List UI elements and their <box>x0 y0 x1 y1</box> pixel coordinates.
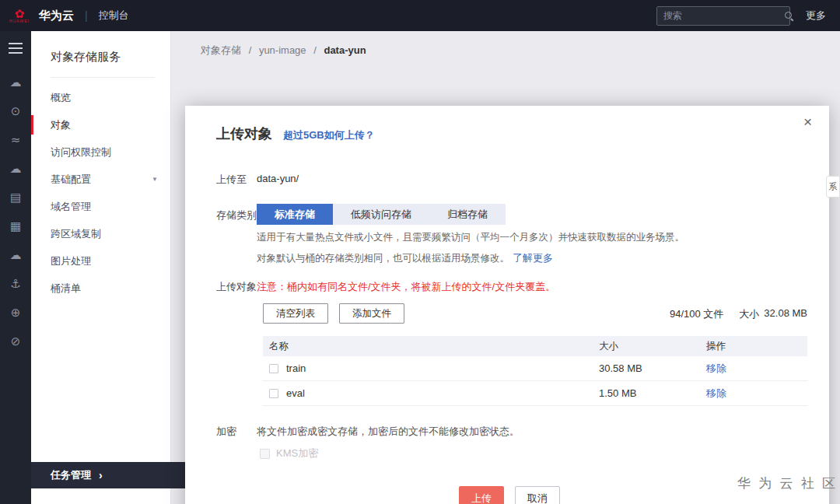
document-service-icon[interactable]: ▤ <box>10 191 21 204</box>
total-size-label: 大小 <box>739 307 759 321</box>
table-row: eval 1.50 MB 移除 <box>263 381 807 406</box>
sidebar-item-objects[interactable]: 对象 <box>31 111 170 138</box>
wave-service-icon[interactable]: ≈ <box>11 134 21 146</box>
watermark: 华 为 云 社 区 <box>737 474 838 492</box>
clear-list-button[interactable]: 清空列表 <box>263 303 328 324</box>
sidebar-item-label: 跨区域复制 <box>51 228 101 240</box>
topbar-search[interactable] <box>656 6 790 26</box>
file-count: 94/100 文件 <box>670 307 723 321</box>
remove-link[interactable]: 移除 <box>706 387 726 399</box>
sidebar-divider <box>51 77 155 78</box>
header-action: 操作 <box>706 336 807 356</box>
learn-more-link[interactable]: 了解更多 <box>513 252 553 264</box>
kms-encryption-row: KMS加密 <box>260 446 318 460</box>
chevron-right-icon: › <box>99 469 103 481</box>
sidebar-item-label: 对象 <box>51 119 71 131</box>
search-input[interactable] <box>663 10 784 21</box>
more-menu[interactable]: 更多 <box>806 9 826 23</box>
modal-title: 上传对象 <box>216 124 272 143</box>
modal-header: 上传对象 超过5GB如何上传？ <box>216 124 375 143</box>
rail-icons: ☁ ⊙ ≈ ☁ ▤ ▦ ☁ ⚓ ⊕ ⊘ <box>10 76 22 348</box>
breadcrumb: 对象存储 / yun-image / data-yun <box>201 44 366 58</box>
anchor-service-icon[interactable]: ⚓ <box>10 278 20 290</box>
huawei-flower-icon: ✿ <box>15 9 25 19</box>
tab-standard-storage[interactable]: 标准存储 <box>257 204 333 225</box>
kms-label: KMS加密 <box>276 446 318 460</box>
encryption-label: 加密 <box>216 425 236 439</box>
tab-archive-storage[interactable]: 归档存储 <box>429 204 506 225</box>
storage-desc-text: 对象默认与桶的存储类别相同，也可以根据适用场景修改。 <box>257 253 509 264</box>
kms-checkbox[interactable] <box>260 449 270 459</box>
topbar: ✿ HUAWEI 华为云 | 控制台 更多 <box>0 0 840 31</box>
sidebar-item-image-processing[interactable]: 图片处理 <box>31 247 170 275</box>
info-service-icon[interactable]: ⊘ <box>11 335 21 348</box>
cancel-button[interactable]: 取消 <box>515 486 560 504</box>
document-service-icon-2[interactable]: ▦ <box>10 220 21 233</box>
header-name: 名称 <box>263 336 599 356</box>
row-checkbox[interactable] <box>269 364 278 373</box>
breadcrumb-separator: / <box>249 44 252 56</box>
breadcrumb-bucket[interactable]: yun-image <box>259 44 306 56</box>
service-icon-rail: ☁ ⊙ ≈ ☁ ▤ ▦ ☁ ⚓ ⊕ ⊘ <box>0 31 31 504</box>
upload-to-value: data-yun/ <box>257 173 299 184</box>
chevron-down-icon[interactable]: ▼ <box>152 166 158 193</box>
sidebar-item-label: 访问权限控制 <box>51 146 111 158</box>
cloud-service-icon-3[interactable]: ☁ <box>10 249 22 261</box>
task-management-label: 任务管理 <box>51 468 91 482</box>
upload-over-5gb-help-link[interactable]: 超过5GB如何上传？ <box>283 128 375 142</box>
sidebar: 对象存储服务 概览 对象 访问权限控制 基础配置 ▼ 域名管理 跨区域复制 图片… <box>31 31 171 504</box>
storage-class-label: 存储类别 <box>216 208 257 222</box>
globe-service-icon[interactable]: ⊕ <box>11 306 21 319</box>
row-checkbox[interactable] <box>269 389 278 398</box>
brand-huaweicloud[interactable]: 华为云 <box>39 9 74 23</box>
close-icon[interactable]: × <box>803 114 812 131</box>
file-name: eval <box>286 387 305 399</box>
file-table: 名称 大小 操作 train 30.58 MB 移除 eval 1.50 MB … <box>263 336 807 406</box>
task-management-bar[interactable]: 任务管理 › <box>31 462 187 488</box>
sidebar-title: 对象存储服务 <box>31 31 170 77</box>
sidebar-item-cross-region-replication[interactable]: 跨区域复制 <box>31 220 170 247</box>
huawei-logo[interactable]: ✿ HUAWEI <box>8 9 31 23</box>
breadcrumb-obs[interactable]: 对象存储 <box>201 44 241 56</box>
side-widget-tab[interactable]: 系 <box>826 176 840 198</box>
breadcrumb-current: data-yun <box>324 44 366 56</box>
file-table-header: 名称 大小 操作 <box>263 336 807 356</box>
hamburger-menu-icon[interactable] <box>9 43 23 57</box>
sidebar-item-label: 基础配置 <box>51 173 91 185</box>
storage-class-tabs: 标准存储 低频访问存储 归档存储 <box>257 204 506 225</box>
sidebar-item-label: 概览 <box>51 92 71 103</box>
overwrite-warning: 注意：桶内如有同名文件/文件夹，将被新上传的文件/文件夹覆盖。 <box>257 280 555 294</box>
cloud-service-icon-2[interactable]: ☁ <box>10 163 22 175</box>
user-service-icon[interactable]: ⊙ <box>11 105 21 117</box>
total-size-value: 32.08 MB <box>764 307 807 321</box>
upload-button[interactable]: 上传 <box>459 486 504 504</box>
sidebar-item-label: 图片处理 <box>51 255 91 267</box>
sidebar-item-access-control[interactable]: 访问权限控制 <box>31 138 170 166</box>
storage-desc-line2: 对象默认与桶的存储类别相同，也可以根据适用场景修改。了解更多 <box>257 251 553 265</box>
search-icon[interactable] <box>784 11 794 21</box>
sidebar-item-bucket-inventory[interactable]: 桶清单 <box>31 275 170 302</box>
sidebar-item-label: 域名管理 <box>51 201 91 212</box>
screen: ✿ HUAWEI 华为云 | 控制台 更多 ☁ ⊙ ≈ ☁ ▤ ▦ ☁ ⚓ ⊕ … <box>0 0 840 504</box>
file-stats: 94/100 文件 大小 32.08 MB <box>670 307 807 321</box>
upload-object-label: 上传对象 <box>216 280 257 294</box>
file-name: train <box>286 362 306 374</box>
console-link[interactable]: 控制台 <box>99 9 129 23</box>
sidebar-item-overview[interactable]: 概览 <box>31 84 170 111</box>
tab-infrequent-access-storage[interactable]: 低频访问存储 <box>333 204 429 225</box>
encryption-desc: 将文件加密成密文存储，加密后的文件不能修改加密状态。 <box>257 425 520 439</box>
cloud-service-icon[interactable]: ☁ <box>10 76 22 89</box>
storage-desc-line1: 适用于有大量热点文件或小文件，且需要频繁访问（平均一个月多次）并快速获取数据的业… <box>257 231 684 244</box>
file-size: 1.50 MB <box>599 387 706 399</box>
remove-link[interactable]: 移除 <box>706 362 726 374</box>
sidebar-item-label: 桶清单 <box>51 282 81 294</box>
sidebar-item-domain-management[interactable]: 域名管理 <box>31 193 170 220</box>
file-size: 30.58 MB <box>599 362 706 374</box>
upload-to-label: 上传至 <box>216 173 247 187</box>
add-file-button[interactable]: 添加文件 <box>339 303 404 324</box>
header-size: 大小 <box>599 336 706 356</box>
upload-object-modal: × 上传对象 超过5GB如何上传？ 上传至 data-yun/ 存储类别 标准存… <box>185 106 829 504</box>
huawei-logo-text: HUAWEI <box>9 19 30 23</box>
topbar-divider: | <box>85 9 88 22</box>
sidebar-item-basic-config[interactable]: 基础配置 ▼ <box>31 166 170 193</box>
